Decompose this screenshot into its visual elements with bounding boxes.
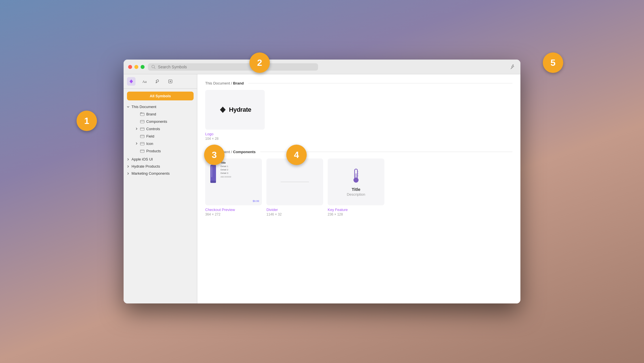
checkout-preview-card[interactable]: Title Detail 1 Detail 2 Detail 3 ABC0000… bbox=[205, 159, 262, 216]
svg-rect-14 bbox=[211, 166, 212, 177]
divider-preview bbox=[266, 159, 323, 205]
sidebar-item-brand[interactable]: Brand bbox=[124, 110, 197, 118]
brand-section-header: This Document / Brand bbox=[205, 81, 512, 85]
key-feature-name: Key Feature bbox=[328, 208, 384, 212]
badge-3: 3 bbox=[204, 145, 224, 165]
spacer3 bbox=[135, 134, 138, 138]
apple-ios-label: Apple iOS UI bbox=[132, 157, 153, 161]
controls-label: Controls bbox=[146, 127, 194, 131]
spacer bbox=[135, 112, 138, 116]
spacer2 bbox=[135, 120, 138, 123]
sidebar: Aa All Symbols bbox=[124, 74, 197, 303]
tree-section-this-document: This Document Brand bbox=[124, 102, 197, 156]
text-tool-button[interactable]: Aa bbox=[140, 77, 149, 86]
sidebar-item-hydrate-products[interactable]: Hydrate Products bbox=[124, 163, 197, 170]
products-label: Products bbox=[146, 149, 194, 153]
chevron-right-icon-hydrate bbox=[126, 165, 130, 168]
minimize-button[interactable] bbox=[134, 65, 138, 69]
components-section-header: This Document / Components bbox=[205, 150, 512, 154]
folder-icon-field bbox=[140, 134, 145, 138]
logo-size: 104 × 28 bbox=[205, 137, 265, 141]
spacer4 bbox=[135, 149, 138, 153]
hydrate-logo-diamond bbox=[219, 106, 227, 114]
key-feature-preview: Title Description bbox=[328, 159, 384, 205]
export-icon bbox=[168, 79, 173, 84]
icon-label: Icon bbox=[146, 142, 194, 146]
chevron-down-icon bbox=[126, 105, 130, 109]
components-label: Components bbox=[146, 119, 194, 124]
key-feature-desc-text: Description bbox=[347, 192, 365, 197]
thermometer-icon bbox=[349, 168, 363, 185]
logo-name: Logo bbox=[205, 132, 265, 136]
all-symbols-button[interactable]: All Symbols bbox=[127, 92, 194, 100]
sidebar-item-products[interactable]: Products bbox=[124, 147, 197, 155]
main-panel: This Document / Brand Hydrate bbox=[197, 74, 520, 303]
sidebar-item-controls[interactable]: Controls bbox=[124, 125, 197, 132]
chevron-right-icon-controls bbox=[135, 127, 138, 130]
folder-icon bbox=[140, 112, 145, 116]
field-label: Field bbox=[146, 134, 194, 138]
checkout-inner: Title Detail 1 Detail 2 Detail 3 ABC0000… bbox=[208, 161, 259, 202]
bottle-svg bbox=[208, 161, 218, 186]
main-window: Aa All Symbols bbox=[124, 60, 520, 303]
diamond-icon bbox=[129, 79, 134, 84]
symbols-tool-button[interactable] bbox=[127, 77, 135, 86]
text-icon: Aa bbox=[142, 79, 147, 84]
paint-tool-button[interactable] bbox=[153, 77, 162, 86]
svg-rect-7 bbox=[140, 128, 144, 130]
divider-symbol-card[interactable]: Divider 1146 × 32 bbox=[266, 159, 323, 216]
sidebar-item-components[interactable]: Components bbox=[124, 118, 197, 125]
hydrate-logo-text: Hydrate bbox=[229, 106, 251, 113]
folder-icon-products bbox=[140, 149, 145, 153]
divider-name: Divider bbox=[266, 208, 323, 212]
svg-text:Aa: Aa bbox=[142, 79, 147, 84]
key-feature-title-text: Title bbox=[352, 187, 361, 192]
badge-5: 5 bbox=[543, 52, 563, 73]
this-document-item[interactable]: This Document bbox=[124, 103, 197, 110]
search-icon bbox=[151, 65, 156, 69]
chevron-right-icon-apple bbox=[126, 158, 130, 161]
svg-line-1 bbox=[154, 67, 155, 68]
search-bar bbox=[148, 63, 318, 71]
key-feature-symbol-card[interactable]: Title Description Key Feature 236 × 128 bbox=[328, 159, 384, 216]
maximize-button[interactable] bbox=[141, 65, 145, 69]
folder-icon-icon bbox=[140, 141, 145, 146]
sidebar-item-icon[interactable]: Icon bbox=[124, 140, 197, 147]
checkout-name: Checkout Preview bbox=[205, 208, 262, 212]
brand-label: Brand bbox=[146, 112, 194, 116]
marketing-components-label: Marketing Components bbox=[132, 171, 170, 176]
hydrate-products-label: Hydrate Products bbox=[132, 164, 160, 168]
checkout-bottle-area bbox=[208, 161, 218, 202]
traffic-lights bbox=[128, 65, 145, 69]
badge-4: 4 bbox=[286, 145, 307, 165]
paint-icon bbox=[155, 79, 160, 84]
chevron-right-icon-icon bbox=[135, 142, 138, 145]
divider-size: 1146 × 32 bbox=[266, 212, 323, 216]
brand-breadcrumb-prefix: This Document / Brand bbox=[205, 81, 244, 85]
sidebar-item-marketing-components[interactable]: Marketing Components bbox=[124, 170, 197, 177]
brand-section-divider bbox=[248, 83, 512, 83]
key-feature-size: 236 × 128 bbox=[328, 212, 384, 216]
svg-rect-9 bbox=[140, 142, 144, 145]
checkout-details: Title Detail 1 Detail 2 Detail 3 ABC0000… bbox=[221, 161, 259, 202]
search-input[interactable] bbox=[158, 65, 315, 69]
close-button[interactable] bbox=[128, 65, 132, 69]
svg-rect-8 bbox=[140, 135, 144, 138]
components-symbol-grid: Title Detail 1 Detail 2 Detail 3 ABC0000… bbox=[205, 159, 512, 216]
sidebar-item-field[interactable]: Field bbox=[124, 132, 197, 140]
svg-rect-6 bbox=[140, 120, 144, 123]
pin-icon[interactable] bbox=[510, 64, 516, 70]
svg-rect-10 bbox=[140, 150, 144, 153]
sidebar-item-apple-ios-ui[interactable]: Apple iOS UI bbox=[124, 156, 197, 163]
svg-rect-15 bbox=[210, 181, 216, 183]
logo-preview: Hydrate bbox=[205, 90, 265, 130]
this-document-label: This Document bbox=[132, 105, 156, 109]
sidebar-toolbar: Aa bbox=[124, 74, 197, 89]
chevron-right-icon-marketing bbox=[126, 172, 130, 175]
export-tool-button[interactable] bbox=[166, 77, 175, 86]
folder-icon-components bbox=[140, 119, 145, 124]
checkout-size: 364 × 272 bbox=[205, 212, 262, 216]
logo-content: Hydrate bbox=[219, 106, 251, 114]
logo-symbol-card[interactable]: Hydrate Logo 104 × 28 bbox=[205, 90, 265, 141]
brand-symbol-grid: Hydrate Logo 104 × 28 bbox=[205, 90, 512, 141]
